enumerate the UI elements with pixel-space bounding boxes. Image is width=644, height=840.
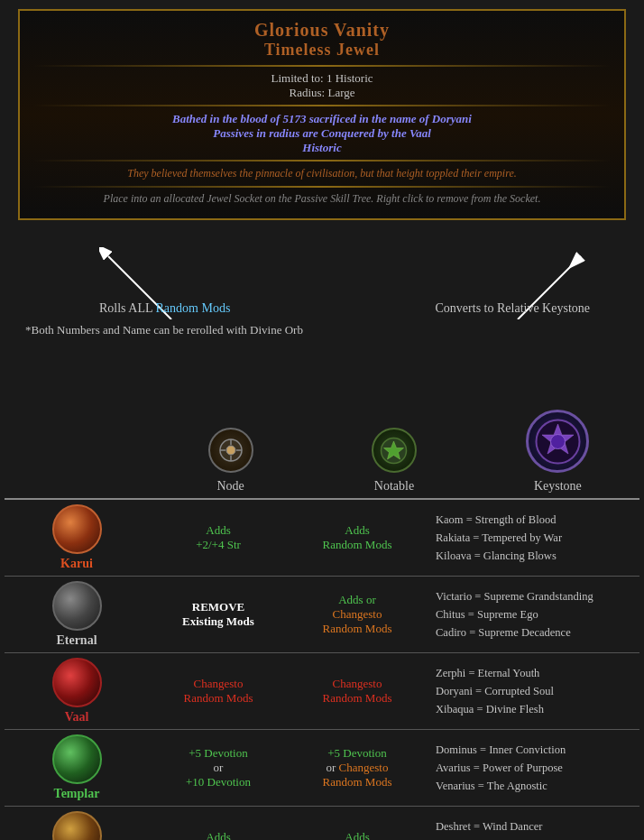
templar-orb (52, 734, 102, 784)
flavor-gray: Place into an allocated Jewel Socket on … (33, 192, 611, 206)
radius-prop: Radius: Large (33, 86, 611, 100)
rolls-highlight: Random Mods (156, 301, 231, 315)
karui-orb (52, 504, 102, 554)
vaal-node-suffix: Random Mods (153, 691, 283, 706)
divider-1 (33, 65, 611, 67)
karui-node-value: +2/+4 Str (153, 538, 283, 552)
faction-cell-eternal: Eternal (5, 577, 149, 652)
karui-keystone-2: Rakiata = Tempered by War (436, 529, 630, 547)
keystone-icon (526, 410, 589, 473)
main-table: Node Notable Keystone (0, 410, 644, 840)
vaal-orb (52, 658, 102, 707)
table-row-templar: Templar +5 Devotion or +10 Devotion +5 D… (5, 730, 639, 807)
eternal-orb (52, 581, 102, 631)
vaal-notable: Changesto Random Mods (288, 672, 427, 710)
faction-cell-templar: Templar (5, 730, 149, 806)
eternal-keystone-2: Chitus = Supreme Ego (436, 605, 630, 623)
eternal-notable: Adds or Changesto Random Mods (288, 588, 427, 641)
keystone-header-col: Keystone (476, 410, 639, 494)
limited-to-value: 1 Historic (327, 71, 373, 85)
karui-node-prefix: Adds (153, 523, 283, 538)
keystone-label: Keystone (534, 479, 582, 494)
vaal-keystone: Zerphi = Eternal Youth Doryani = Corrupt… (427, 660, 639, 723)
svg-point-5 (226, 446, 235, 455)
converts-label: Converts to Relative Keystone (436, 301, 590, 316)
karui-notable-suffix: Random Mods (292, 538, 422, 552)
notable-header-col: Notable (312, 428, 475, 494)
item-tooltip: Glorious Vanity Timeless Jewel Limited t… (18, 9, 626, 220)
templar-notable-random: Random Mods (292, 775, 422, 789)
limited-to-label: Limited to: (271, 71, 323, 85)
eternal-name: Eternal (56, 633, 97, 648)
node-header-col: Node (149, 428, 312, 494)
icon-header-row: Node Notable Keystone (5, 410, 639, 500)
karui-name: Karui (60, 557, 93, 571)
eternal-node-prefix: REMOVE (153, 600, 283, 614)
node-icon (208, 428, 253, 473)
eternal-node-suffix: Existing Mods (153, 614, 283, 629)
eternal-notable-random: Random Mods (292, 622, 422, 636)
karui-keystone-3: Kiloava = Glancing Blows (436, 547, 630, 565)
vaal-node-prefix: Changesto (153, 677, 283, 691)
table-row-eternal: Eternal REMOVE Existing Mods Adds or Cha… (5, 577, 639, 653)
notable-icon (372, 428, 417, 473)
maraketh-keystone-1: Deshret = Wind Dancer (436, 817, 630, 835)
templar-node-line1: +5 Devotion (153, 746, 283, 761)
maraketh-notable: Adds Random Mods (288, 826, 427, 840)
divider-3 (33, 160, 611, 162)
table-row-vaal: Vaal Changesto Random Mods Changesto Ran… (5, 653, 639, 730)
vaal-notable-prefix: Changesto (292, 677, 422, 691)
eternal-keystone-1: Victario = Supreme Grandstanding (436, 587, 630, 605)
templar-notable: +5 Devotion or Changesto Random Mods (288, 742, 427, 794)
templar-keystone-3: Venarius = The Agnostic (436, 777, 630, 795)
annotation-section: Rolls ALL Random Mods Converts to Relati… (0, 229, 644, 410)
keystone-icon-svg (533, 417, 583, 466)
eternal-node: REMOVE Existing Mods (149, 595, 288, 633)
templar-notable-or: or Changesto (292, 761, 422, 775)
maraketh-keystone-2: Asenath = Dance with Death (436, 835, 630, 840)
eternal-keystone: Victario = Supreme Grandstanding Chitus … (427, 583, 639, 646)
divider-2 (33, 105, 611, 106)
faction-cell-vaal: Vaal (5, 653, 149, 729)
item-name-line1: Glorious Vanity (33, 20, 611, 41)
karui-node: Adds +2/+4 Str (149, 519, 288, 557)
templar-name: Templar (54, 787, 100, 801)
templar-node-line3: +10 Devotion (153, 775, 283, 789)
item-name-line2: Timeless Jewel (33, 41, 611, 60)
table-row-karui: Karui Adds +2/+4 Str Adds Random Mods Ka… (5, 500, 639, 577)
vaal-keystone-3: Xibaqua = Divine Flesh (436, 700, 630, 718)
faction-cell-karui: Karui (5, 500, 149, 576)
notable-label: Notable (374, 479, 414, 494)
karui-keystone: Kaom = Strength of Blood Rakiata = Tempe… (427, 506, 639, 569)
templar-notable-line1: +5 Devotion (292, 746, 422, 761)
table-row-maraketh: Maraketh Adds +2/+4 Dex Adds Random Mods… (5, 807, 639, 840)
maraketh-node: Adds +2/+4 Dex (149, 826, 288, 840)
flavor-orange: They believed themselves the pinnacle of… (33, 167, 611, 180)
maraketh-orb (52, 811, 102, 840)
radius-label: Radius: (289, 86, 325, 99)
flavor-blue: Bathed in the blood of 5173 sacrificed i… (33, 112, 611, 155)
divider-4 (33, 186, 611, 188)
reroll-note: *Both Numbers and Name can be rerolled w… (25, 323, 626, 337)
templar-node: +5 Devotion or +10 Devotion (149, 742, 288, 794)
eternal-keystone-3: Cadiro = Supreme Decadence (436, 623, 630, 642)
rolls-label: Rolls ALL Random Mods (99, 301, 230, 316)
notable-icon-svg (378, 435, 409, 466)
karui-notable: Adds Random Mods (288, 519, 427, 557)
templar-node-or: or (153, 761, 283, 775)
templar-keystone: Dominus = Inner Conviction Avarius = Pow… (427, 736, 639, 799)
templar-keystone-2: Avarius = Power of Purpose (436, 759, 630, 777)
maraketh-keystone: Deshret = Wind Dancer Asenath = Dance wi… (427, 813, 639, 840)
karui-notable-prefix: Adds (292, 523, 422, 538)
karui-keystone-1: Kaom = Strength of Blood (436, 511, 630, 529)
eternal-notable-adds: Adds or (292, 593, 422, 607)
vaal-keystone-2: Doryani = Corrupted Soul (436, 682, 630, 700)
vaal-name: Vaal (65, 710, 89, 725)
vaal-notable-suffix: Random Mods (292, 691, 422, 706)
templar-keystone-1: Dominus = Inner Conviction (436, 741, 630, 759)
limited-to-prop: Limited to: 1 Historic (33, 71, 611, 86)
maraketh-notable-prefix: Adds (292, 830, 422, 840)
node-label: Node (217, 479, 244, 494)
vaal-keystone-1: Zerphi = Eternal Youth (436, 664, 630, 682)
node-icon-svg (217, 437, 244, 464)
